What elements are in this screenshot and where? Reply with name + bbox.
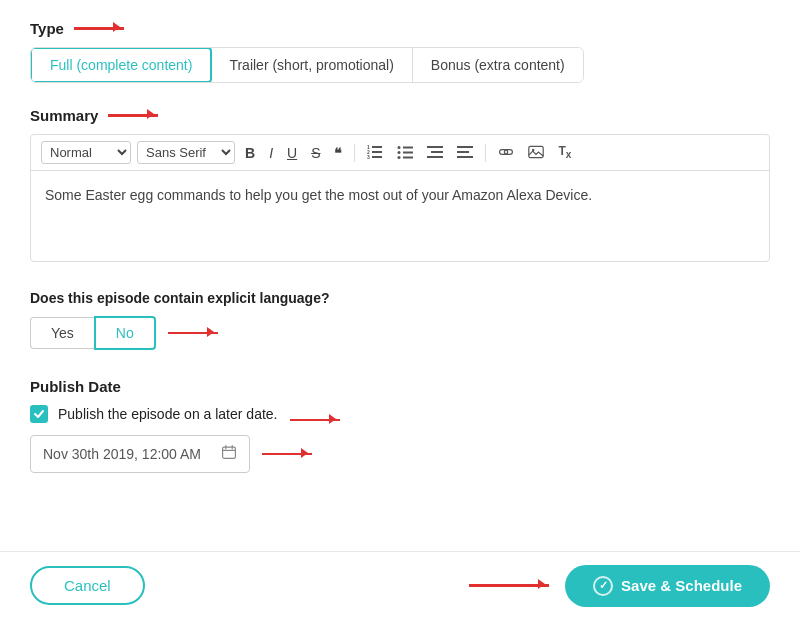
svg-rect-18 [529, 146, 543, 157]
clear-format-button[interactable]: Tx [554, 143, 575, 162]
svg-rect-7 [403, 146, 413, 148]
toolbar-divider-2 [485, 144, 486, 162]
summary-label: Summary [30, 107, 98, 124]
svg-rect-17 [457, 156, 473, 158]
svg-rect-9 [403, 151, 413, 153]
strikethrough-button[interactable]: S [307, 144, 324, 162]
svg-rect-12 [427, 146, 443, 148]
footer-bar: Cancel ✓ Save & Schedule [0, 551, 800, 619]
footer-right: ✓ Save & Schedule [469, 565, 770, 607]
yes-no-group: Yes No [30, 316, 156, 350]
type-btn-trailer[interactable]: Trailer (short, promotional) [211, 48, 412, 82]
date-input-arrow-indicator [262, 453, 312, 456]
summary-section-header: Summary [30, 107, 770, 124]
publish-label: Publish Date [30, 378, 770, 395]
publish-checkbox-arrow-indicator [290, 419, 340, 422]
publish-section: Publish Date Publish the episode on a la… [30, 378, 770, 473]
toolbar-divider-1 [354, 144, 355, 162]
italic-button[interactable]: I [265, 144, 277, 162]
svg-point-10 [398, 156, 401, 159]
indent-right-button[interactable] [453, 143, 477, 163]
explicit-question: Does this episode contain explicit langu… [30, 290, 770, 306]
svg-rect-1 [372, 151, 382, 153]
editor-content[interactable]: Some Easter egg commands to help you get… [31, 171, 769, 261]
type-btn-full[interactable]: Full (complete content) [30, 47, 212, 83]
publish-checkbox[interactable] [30, 405, 48, 423]
svg-point-8 [398, 151, 401, 154]
ol-button[interactable]: 1 2 3 [363, 143, 387, 163]
svg-rect-16 [457, 151, 469, 153]
type-label: Type [30, 20, 64, 37]
type-arrow-indicator [74, 27, 124, 30]
bold-button[interactable]: B [241, 144, 259, 162]
indent-left-button[interactable] [423, 143, 447, 163]
font-select[interactable]: Sans SerifSerifMonospace [137, 141, 235, 164]
svg-text:3: 3 [367, 154, 370, 159]
no-button[interactable]: No [94, 316, 156, 350]
editor-toolbar: NormalHeading 1Heading 2 Sans SerifSerif… [31, 135, 769, 171]
svg-rect-2 [372, 156, 382, 158]
svg-rect-15 [457, 146, 473, 148]
save-check-icon: ✓ [593, 576, 613, 596]
cancel-button[interactable]: Cancel [30, 566, 145, 605]
explicit-section: Does this episode contain explicit langu… [30, 290, 770, 350]
svg-point-6 [398, 146, 401, 149]
type-button-group: Full (complete content) Trailer (short, … [30, 47, 584, 83]
explicit-controls-row: Yes No [30, 316, 770, 350]
calendar-icon [221, 444, 237, 464]
summary-section: Summary NormalHeading 1Heading 2 Sans Se… [30, 107, 770, 262]
type-btn-bonus[interactable]: Bonus (extra content) [413, 48, 583, 82]
summary-arrow-indicator [108, 114, 158, 117]
footer-arrow [469, 584, 549, 587]
svg-rect-20 [223, 447, 236, 458]
image-button[interactable] [524, 143, 548, 163]
ul-button[interactable] [393, 143, 417, 163]
publish-checkbox-label: Publish the episode on a later date. [58, 406, 278, 422]
yes-button[interactable]: Yes [30, 317, 94, 349]
svg-rect-0 [372, 146, 382, 148]
editor-wrapper: NormalHeading 1Heading 2 Sans SerifSerif… [30, 134, 770, 262]
save-label: Save & Schedule [621, 577, 742, 594]
quote-button[interactable]: ❝ [330, 144, 346, 162]
date-input[interactable]: Nov 30th 2019, 12:00 AM [30, 435, 250, 473]
underline-button[interactable]: U [283, 144, 301, 162]
date-value: Nov 30th 2019, 12:00 AM [43, 446, 213, 462]
svg-rect-11 [403, 156, 413, 158]
checkbox-row-wrapper: Publish the episode on a later date. [30, 405, 770, 435]
link-button[interactable] [494, 143, 518, 163]
editor-text: Some Easter egg commands to help you get… [45, 187, 592, 203]
type-section-header: Type [30, 20, 770, 37]
publish-checkbox-row: Publish the episode on a later date. [30, 405, 278, 423]
svg-rect-13 [431, 151, 443, 153]
svg-rect-14 [427, 156, 443, 158]
explicit-arrow-indicator [168, 332, 218, 335]
date-input-row-wrapper: Nov 30th 2019, 12:00 AM [30, 435, 770, 473]
save-schedule-button[interactable]: ✓ Save & Schedule [565, 565, 770, 607]
format-select[interactable]: NormalHeading 1Heading 2 [41, 141, 131, 164]
